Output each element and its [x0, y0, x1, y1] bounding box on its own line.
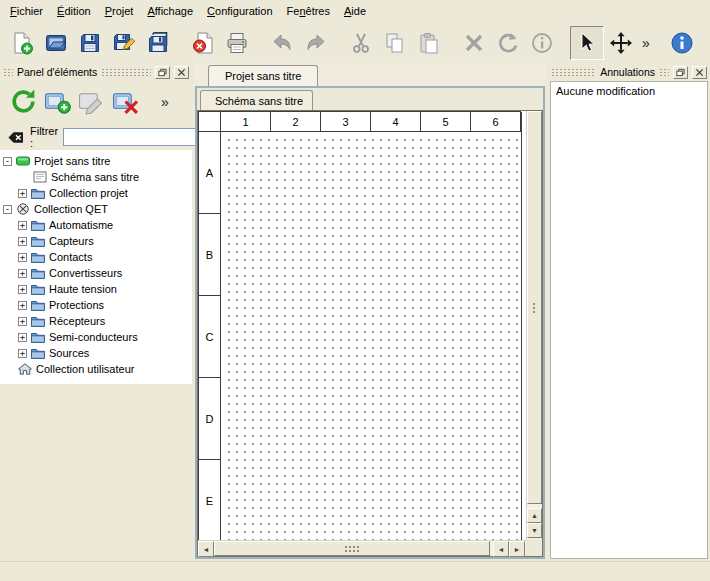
tree-item-haute-tension[interactable]: +Haute tension	[0, 281, 192, 297]
menu-edition[interactable]: Édition	[50, 0, 98, 22]
tree-item-semi-conducteurs[interactable]: +Semi-conducteurs	[0, 329, 192, 345]
tree-item-collection-qet[interactable]: -Collection QET	[0, 201, 192, 217]
delete-button[interactable]	[457, 26, 491, 60]
close-panel-button[interactable]	[174, 66, 189, 79]
tree-item-label: Haute tension	[49, 283, 117, 295]
select-mode-button[interactable]	[570, 26, 604, 60]
filter-label: Filtrer :	[30, 125, 58, 149]
dock-handle	[551, 68, 596, 76]
save-as-button[interactable]	[107, 26, 141, 60]
undo-list[interactable]: Aucune modification	[550, 81, 708, 559]
tree-item-label: Récepteurs	[49, 315, 105, 327]
diagram-view[interactable]: 123456ABCDE	[198, 111, 526, 540]
scroll-down-button[interactable]: ▼	[527, 523, 542, 538]
toolbar-overflow-button[interactable]: »	[638, 26, 654, 60]
reload-collections-button[interactable]	[6, 85, 40, 119]
expander-plus-icon[interactable]: +	[18, 349, 27, 358]
folder-icon	[31, 299, 45, 311]
conductor-info-button[interactable]	[525, 26, 559, 60]
tree-item-collection-utilisateur[interactable]: Collection utilisateur	[0, 361, 192, 377]
open-document-button[interactable]	[39, 26, 73, 60]
scroll-left-button[interactable]: ◄	[198, 541, 214, 557]
tree-item-label: Capteurs	[49, 235, 94, 247]
vertical-scrollbar[interactable]: ▲ ▼	[526, 111, 542, 540]
close-panel-button[interactable]	[692, 66, 707, 79]
copy-button[interactable]	[378, 26, 412, 60]
elements-panel-titlebar[interactable]: Panel d'éléments	[0, 63, 192, 80]
save-all-icon	[146, 31, 170, 55]
hscroll-thumb[interactable]	[214, 541, 490, 556]
rotate-icon	[496, 31, 520, 55]
tree-item-schema-sans-titre[interactable]: Schéma sans titre	[0, 169, 192, 185]
expander-plus-icon[interactable]: +	[18, 253, 27, 262]
folder-icon	[31, 235, 45, 247]
tree-item-convertisseurs[interactable]: +Convertisseurs	[0, 265, 192, 281]
new-document-button[interactable]	[5, 26, 39, 60]
menu-projet[interactable]: Projet	[98, 0, 141, 22]
delete-element-button[interactable]	[108, 85, 142, 119]
scroll-left-button-2[interactable]: ◄	[493, 541, 509, 557]
menu-affichage[interactable]: Affichage	[140, 0, 200, 22]
expander-minus-icon[interactable]: -	[3, 157, 12, 166]
save-button[interactable]	[73, 26, 107, 60]
column-header: 1	[221, 112, 271, 132]
vscroll-thumb[interactable]	[527, 111, 542, 504]
expander-plus-icon[interactable]: +	[18, 189, 27, 198]
cut-button[interactable]	[344, 26, 378, 60]
elements-panel-empty	[0, 384, 192, 561]
elements-toolbar: »	[0, 80, 192, 124]
reload-icon	[10, 88, 37, 117]
new-element-button[interactable]	[40, 85, 74, 119]
paste-button[interactable]	[412, 26, 446, 60]
grid-dots	[222, 133, 521, 540]
tree-item-automatisme[interactable]: +Automatisme	[0, 217, 192, 233]
tab-schema[interactable]: Schéma sans titre	[200, 90, 313, 110]
tree-item-recepteurs[interactable]: +Récepteurs	[0, 313, 192, 329]
expander-plus-icon[interactable]: +	[18, 221, 27, 230]
column-header: 6	[471, 112, 521, 132]
column-header: 5	[421, 112, 471, 132]
pan-mode-button[interactable]	[604, 26, 638, 60]
toolbar-group	[5, 26, 175, 60]
float-panel-button[interactable]	[155, 66, 170, 79]
tree-item-collection-projet[interactable]: +Collection projet	[0, 185, 192, 201]
expander-plus-icon[interactable]: +	[18, 317, 27, 326]
edit-element-button[interactable]	[74, 85, 108, 119]
filter-input[interactable]	[63, 128, 213, 146]
tree-item-sources[interactable]: +Sources	[0, 345, 192, 361]
tree-item-contacts[interactable]: +Contacts	[0, 249, 192, 265]
menu-configuration[interactable]: Configuration	[200, 0, 279, 22]
clear-filter-icon[interactable]	[6, 130, 25, 145]
expander-plus-icon[interactable]: +	[18, 237, 27, 246]
close-file-button[interactable]	[186, 26, 220, 60]
save-all-button[interactable]	[141, 26, 175, 60]
panel-overflow-button[interactable]: »	[148, 85, 182, 119]
scroll-right-button[interactable]: ►	[509, 541, 525, 557]
edit-element-icon	[78, 88, 105, 117]
tree-item-label: Projet sans titre	[34, 155, 110, 167]
expander-minus-icon[interactable]: -	[3, 205, 12, 214]
tree-item-projet-sans-titre[interactable]: -Projet sans titre	[0, 153, 192, 169]
menu-fenetres[interactable]: Fenêtres	[280, 0, 337, 22]
undo-button[interactable]	[265, 26, 299, 60]
menu-fichier[interactable]: Fichier	[3, 0, 50, 22]
tree-item-protections[interactable]: +Protections	[0, 297, 192, 313]
expander-plus-icon[interactable]: +	[18, 333, 27, 342]
expander-plus-icon[interactable]: +	[18, 269, 27, 278]
tree-item-capteurs[interactable]: +Capteurs	[0, 233, 192, 249]
horizontal-scrollbar[interactable]: ◄ ◄ ►	[198, 540, 526, 556]
tab-project[interactable]: Projet sans titre	[208, 65, 318, 86]
undo-panel-titlebar[interactable]: Annulations	[548, 63, 710, 80]
row-header: D	[199, 378, 221, 460]
about-button[interactable]	[665, 26, 699, 60]
float-panel-button[interactable]	[673, 66, 688, 79]
expander-plus-icon[interactable]: +	[18, 285, 27, 294]
toolbar-group	[6, 85, 142, 119]
scroll-up-button[interactable]: ▲	[527, 508, 542, 523]
redo-button[interactable]	[299, 26, 333, 60]
about-icon	[670, 31, 694, 55]
menu-aide[interactable]: Aide	[337, 0, 373, 22]
expander-plus-icon[interactable]: +	[18, 301, 27, 310]
print-button[interactable]	[220, 26, 254, 60]
rotate-button[interactable]	[491, 26, 525, 60]
